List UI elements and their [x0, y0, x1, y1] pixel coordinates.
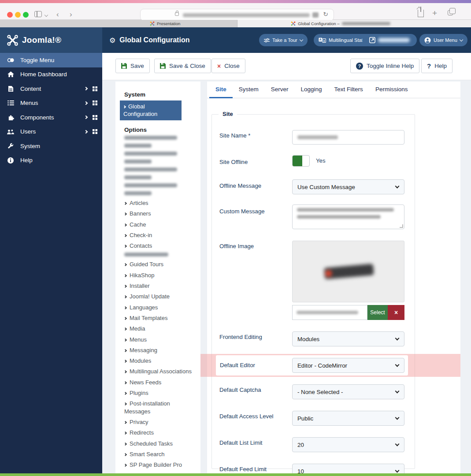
pill-label-redacted: [378, 38, 410, 42]
select-image-button[interactable]: Select: [367, 305, 388, 320]
nav-item-messaging[interactable]: Messaging: [124, 346, 195, 354]
nav-item-privacy[interactable]: Privacy: [124, 418, 195, 426]
sidebar-item-label: Components: [20, 114, 54, 121]
sidebar-item-components[interactable]: Components: [0, 110, 102, 125]
nav-item-label: SP Page Builder Pro: [130, 461, 182, 468]
share-icon[interactable]: [418, 10, 424, 17]
new-tab-icon[interactable]: +: [432, 8, 437, 18]
nav-item-scheduled-tasks[interactable]: Scheduled Tasks: [124, 440, 195, 447]
nav-item-redirects[interactable]: Redirects: [124, 429, 195, 436]
site-offline-toggle[interactable]: [292, 155, 310, 167]
tab-server[interactable]: Server: [265, 82, 295, 98]
nav-item-sp-page-builder-pro[interactable]: SP Page Builder Pro: [124, 461, 195, 469]
chevron-down-icon[interactable]: [45, 13, 48, 17]
dashboard-grid-icon[interactable]: [93, 115, 97, 120]
nav-item-contacts[interactable]: Contacts: [124, 242, 195, 249]
nav-item-redacted[interactable]: [124, 167, 195, 179]
tab-site[interactable]: Site: [209, 82, 233, 98]
nav-item-joomla-update[interactable]: Joomla! Update: [124, 293, 195, 300]
lock-icon: [175, 12, 179, 16]
dashboard-grid-icon[interactable]: [93, 129, 97, 134]
nav-item-mail-templates[interactable]: Mail Templates: [124, 314, 195, 322]
save-button[interactable]: Save: [115, 59, 150, 73]
close-window-button[interactable]: [7, 12, 13, 18]
sidebar-item-home-dashboard[interactable]: Home Dashboard: [0, 67, 102, 82]
chevron-right-icon: [124, 464, 127, 467]
nav-item-articles[interactable]: Articles: [124, 199, 195, 207]
tab-system[interactable]: System: [233, 82, 265, 98]
clear-image-button[interactable]: ×: [388, 305, 404, 320]
nav-item-post-installation-messages[interactable]: Post-installation Messages: [124, 400, 195, 415]
sidebar-item-content[interactable]: Content: [0, 82, 102, 96]
nav-item-modules[interactable]: Modules: [124, 357, 195, 364]
back-icon[interactable]: ‹: [56, 9, 59, 20]
nav-item-label: Check-in: [130, 232, 152, 238]
reload-icon[interactable]: ↻: [323, 11, 328, 18]
sidebar-icon[interactable]: [34, 11, 42, 17]
tab-overview-icon[interactable]: [448, 10, 453, 15]
nav-item-redacted[interactable]: [124, 136, 195, 148]
default-captcha-select[interactable]: - None Selected -: [292, 384, 404, 399]
url-bar[interactable]: ↻: [140, 9, 334, 21]
header-pill-user-menu[interactable]: User Menu: [419, 34, 467, 46]
resize-handle[interactable]: [400, 224, 403, 228]
nav-item-global-configuration[interactable]: Global Configuration: [120, 100, 182, 120]
nav-item-label: Post-installation Messages: [124, 400, 170, 414]
nav-item-cache[interactable]: Cache: [124, 221, 195, 228]
help-button[interactable]: ? Help: [421, 59, 452, 73]
frontend-editing-select[interactable]: Modules: [292, 331, 404, 346]
forward-icon[interactable]: ›: [70, 9, 72, 20]
nav-item-media[interactable]: Media: [124, 325, 195, 332]
nav-item-label: Smart Search: [130, 451, 164, 457]
sidebar-item-toggle-menu[interactable]: Toggle Menu: [0, 53, 102, 67]
nav-item-label: Menus: [130, 336, 147, 343]
dashboard-grid-icon[interactable]: [93, 86, 97, 91]
sidebar-item-users[interactable]: Users: [0, 125, 102, 139]
chevron-right-icon: [124, 338, 127, 342]
nav-item-label: Plugins: [130, 390, 148, 396]
nav-item-redacted[interactable]: [124, 253, 195, 257]
sidebar-item-menus[interactable]: Menus: [0, 96, 102, 111]
pill-label: User Menu: [434, 37, 457, 43]
save-and-close-button[interactable]: Save & Close: [154, 59, 211, 73]
fullscreen-window-button[interactable]: [23, 12, 29, 18]
nav-item-label: Contacts: [130, 242, 152, 249]
default-list-limit-select[interactable]: 20: [292, 437, 404, 452]
chevron-right-icon: [124, 421, 127, 424]
nav-item-languages[interactable]: Languages: [124, 304, 195, 311]
close-button[interactable]: × Close: [211, 59, 245, 73]
browser-tab-presentation[interactable]: Presentation: [150, 21, 180, 26]
sidebar-item-help[interactable]: Help: [0, 153, 102, 168]
nav-item-redacted[interactable]: [124, 183, 195, 195]
nav-item-menus[interactable]: Menus: [124, 336, 195, 343]
dashboard-grid-icon[interactable]: [93, 100, 97, 105]
default-editor-select[interactable]: Editor - CodeMirror: [292, 358, 404, 373]
custom-message-textarea[interactable]: [292, 205, 404, 229]
wrench-icon: [7, 143, 15, 149]
nav-item-installer[interactable]: Installer: [124, 282, 195, 290]
toggle-inline-help-button[interactable]: ? Toggle Inline Help: [350, 59, 419, 73]
nav-item-redacted[interactable]: [124, 152, 195, 164]
default-access-level-select[interactable]: Public: [292, 411, 404, 426]
home-icon: [7, 71, 15, 77]
nav-item-guided-tours[interactable]: Guided Tours: [124, 260, 195, 268]
site-name-input[interactable]: [292, 130, 404, 145]
tab-logging[interactable]: Logging: [295, 82, 328, 98]
nav-item-news-feeds[interactable]: News Feeds: [124, 379, 195, 386]
nav-item-plugins[interactable]: Plugins: [124, 389, 195, 397]
browser-tab-global-configuration[interactable]: Global Configuration –: [291, 21, 390, 26]
header-pill-redacted[interactable]: [362, 34, 417, 46]
offline-image-path-input[interactable]: [292, 305, 367, 320]
sidebar-item-system[interactable]: System: [0, 139, 102, 153]
nav-item-check-in[interactable]: Check-in: [124, 231, 195, 239]
nav-item-smart-search[interactable]: Smart Search: [124, 450, 195, 458]
nav-item-banners[interactable]: Banners: [124, 210, 195, 217]
header-pill-take-a-tour[interactable]: Take a Tour: [259, 34, 308, 46]
nav-item-multilingual-associations[interactable]: Multilingual Associations: [124, 368, 195, 375]
chevron-right-icon: [124, 360, 127, 363]
tab-permissions[interactable]: Permissions: [369, 82, 414, 98]
minimize-window-button[interactable]: [15, 12, 21, 18]
nav-item-hikashop[interactable]: HikaShop: [124, 271, 195, 279]
offline-message-select[interactable]: Use Custom Message: [292, 179, 404, 194]
tab-text-filters[interactable]: Text Filters: [328, 82, 369, 98]
